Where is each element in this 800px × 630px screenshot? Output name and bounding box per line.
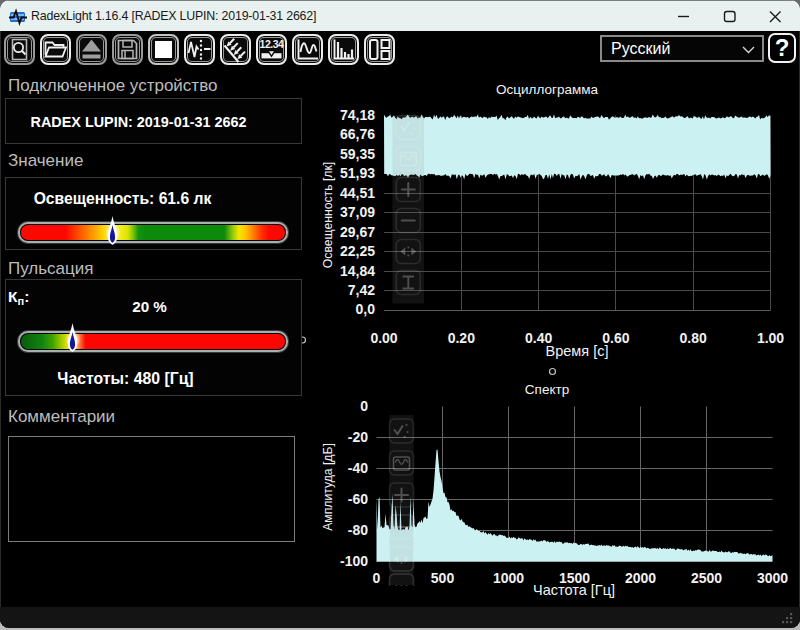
- svg-text:1.00: 1.00: [757, 330, 784, 346]
- svg-text:0,0: 0,0: [356, 301, 376, 317]
- svg-text:500: 500: [431, 570, 455, 586]
- svg-text:-60: -60: [348, 491, 368, 507]
- svg-text:1000: 1000: [493, 570, 524, 586]
- svg-text:Частота [Гц]: Частота [Гц]: [533, 582, 615, 598]
- svg-text:0: 0: [373, 570, 381, 586]
- svg-text:66,76: 66,76: [340, 126, 375, 142]
- svg-text:0.00: 0.00: [370, 330, 397, 346]
- svg-text:14,84: 14,84: [340, 263, 375, 279]
- svg-text:0.80: 0.80: [680, 330, 707, 346]
- svg-text:Время [с]: Время [с]: [546, 343, 609, 359]
- svg-text:37,09: 37,09: [340, 204, 375, 220]
- svg-text:0.20: 0.20: [448, 330, 475, 346]
- svg-text:44,51: 44,51: [340, 185, 375, 201]
- svg-text:29,67: 29,67: [340, 224, 375, 240]
- svg-text:3000: 3000: [757, 570, 788, 586]
- svg-text:Освещенность [лк]: Освещенность [лк]: [321, 162, 335, 268]
- svg-text:-100: -100: [340, 553, 368, 569]
- svg-text:2500: 2500: [691, 570, 722, 586]
- svg-text:2000: 2000: [625, 570, 656, 586]
- svg-text:7,42: 7,42: [348, 282, 375, 298]
- svg-text:51,93: 51,93: [340, 165, 375, 181]
- svg-text:0: 0: [360, 398, 368, 414]
- svg-text:Амплитуда [дБ]: Амплитуда [дБ]: [321, 443, 335, 531]
- svg-text:-40: -40: [348, 460, 368, 476]
- svg-text:74,18: 74,18: [340, 107, 375, 123]
- svg-text:-80: -80: [348, 522, 368, 538]
- svg-text:Осциллограмма: Осциллограмма: [496, 82, 598, 97]
- svg-text:Спектр: Спектр: [525, 382, 569, 397]
- svg-text:22,25: 22,25: [340, 243, 375, 259]
- svg-text:-20: -20: [348, 429, 368, 445]
- svg-text:59,35: 59,35: [340, 146, 375, 162]
